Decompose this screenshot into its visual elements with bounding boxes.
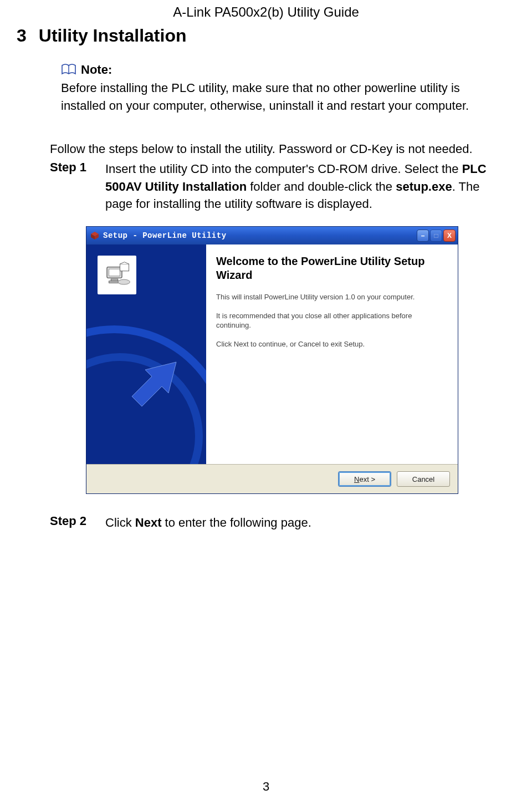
wizard-footer: Next > Cancel: [86, 464, 458, 493]
maximize-button: □: [430, 230, 442, 242]
book-icon: [61, 64, 76, 76]
svg-point-8: [118, 279, 130, 284]
wizard-p3: Click Next to continue, or Cancel to exi…: [216, 339, 446, 349]
svg-rect-9: [120, 264, 129, 272]
step-2-text: Click Next to enter the following page.: [105, 514, 499, 532]
svg-rect-5: [109, 269, 120, 277]
titlebar: Setup - PowerLine Utility – □ X: [86, 227, 458, 244]
svg-rect-6: [111, 279, 118, 282]
step-1-text: Insert the utility CD into the computer'…: [105, 160, 499, 213]
cancel-button[interactable]: Cancel: [397, 471, 450, 487]
step-1-label: Step 1: [50, 160, 105, 213]
arrow-icon: [121, 348, 187, 414]
minimize-button[interactable]: –: [417, 230, 429, 242]
window-title: Setup - PowerLine Utility: [103, 231, 417, 240]
setup-app-icon: [90, 231, 100, 241]
section-number: 3: [17, 26, 27, 45]
step-1: Step 1 Insert the utility CD into the co…: [50, 160, 499, 213]
page-number: 3: [0, 779, 532, 794]
step-2-label: Step 2: [50, 514, 105, 532]
note-label: Note:: [81, 63, 112, 77]
note-block: Note: Before installing the PLC utility,…: [61, 63, 493, 115]
section-title: Utility Installation: [39, 26, 187, 45]
close-button[interactable]: X: [443, 230, 456, 242]
wizard-body: Welcome to the PowerLine Utility Setup W…: [86, 244, 458, 464]
wizard-content: Welcome to the PowerLine Utility Setup W…: [206, 244, 458, 464]
next-button[interactable]: Next >: [338, 471, 391, 487]
instruction-text: Follow the steps below to install the ut…: [50, 140, 499, 158]
wizard-p2: It is recommended that you close all oth…: [216, 311, 446, 330]
section-heading: 3Utility Installation: [0, 20, 532, 46]
step-2: Step 2 Click Next to enter the following…: [50, 514, 499, 532]
doc-header: A-Link PA500x2(b) Utility Guide: [0, 0, 532, 20]
wizard-p1: This will install PowerLine Utility vers…: [216, 292, 446, 302]
note-text: Before installing the PLC utility, make …: [61, 79, 493, 115]
wizard-sidebar: [86, 244, 206, 464]
wizard-heading: Welcome to the PowerLine Utility Setup W…: [216, 254, 446, 282]
setup-graphic-icon: [98, 256, 136, 294]
installer-window: Setup - PowerLine Utility – □ X: [86, 226, 458, 494]
